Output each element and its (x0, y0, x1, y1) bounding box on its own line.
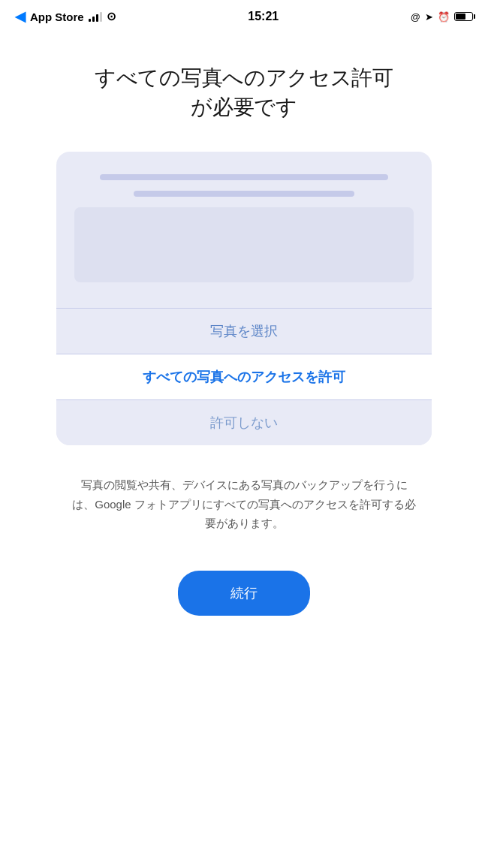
continue-button[interactable]: 続行 (178, 571, 310, 616)
dialog-image-placeholder (74, 207, 414, 282)
status-bar: ◀ App Store ⊙ 15:21 @ ➤ ⏰ (0, 0, 488, 33)
status-right: @ ➤ ⏰ (411, 11, 473, 23)
status-left: ◀ App Store ⊙ (15, 8, 116, 25)
carrier-label: App Store (30, 11, 84, 23)
time-display: 15:21 (248, 10, 279, 23)
allow-all-photos-option[interactable]: すべての写真へのアクセスを許可 (56, 354, 432, 399)
deny-option[interactable]: 許可しない (56, 399, 432, 445)
page-title: すべての写真へのアクセス許可が必要です (95, 63, 393, 122)
signal-bar-4 (100, 12, 102, 22)
battery-icon (454, 12, 473, 21)
select-photos-option[interactable]: 写真を選択 (56, 308, 432, 354)
main-content: すべての写真へのアクセス許可が必要です 写真を選択 すべての写真へのアクセスを許… (0, 33, 488, 616)
dialog-top (56, 152, 432, 308)
at-icon: @ (411, 11, 420, 23)
signal-bar-1 (89, 19, 91, 22)
back-arrow-icon: ◀ (15, 8, 26, 25)
placeholder-line-1 (100, 174, 388, 180)
battery-fill (456, 14, 465, 20)
signal-bar-2 (92, 17, 95, 22)
location-icon: ➤ (425, 11, 433, 23)
signal-bars (89, 11, 102, 22)
placeholder-line-2 (134, 191, 354, 197)
description-text: 写真の閲覧や共有、デバイスにある写真のバックアップを行うには、Google フォ… (64, 475, 424, 533)
dialog-card: 写真を選択 すべての写真へのアクセスを許可 許可しない (56, 152, 432, 445)
alarm-icon: ⏰ (438, 11, 450, 23)
signal-bar-3 (96, 14, 98, 22)
wifi-icon: ⊙ (107, 10, 116, 23)
